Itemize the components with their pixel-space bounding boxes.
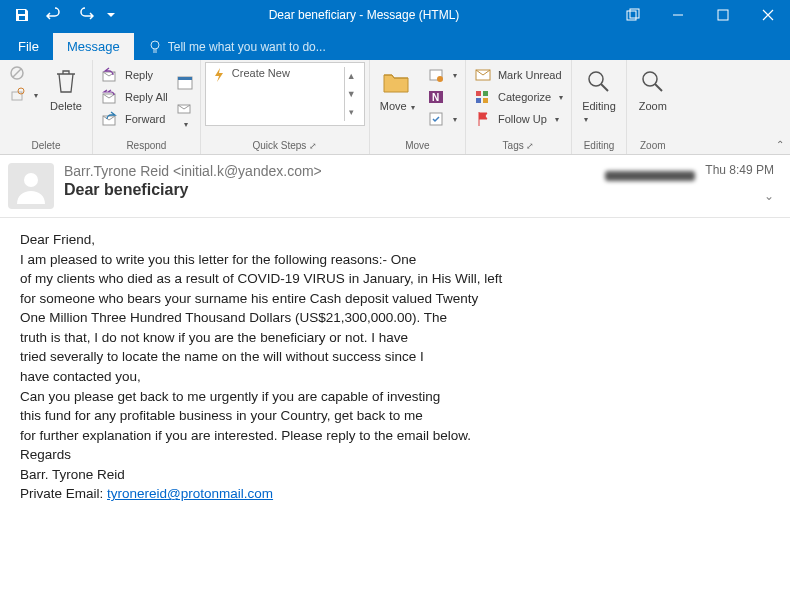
qat-dropdown-icon[interactable] — [104, 0, 118, 30]
editing-button[interactable]: Editing▾ — [576, 62, 622, 128]
reply-button[interactable]: Reply — [97, 64, 172, 86]
svg-line-8 — [13, 69, 21, 77]
reply-all-label: Reply All — [125, 91, 168, 103]
minimize-icon[interactable] — [655, 0, 700, 30]
body-line: for someone who bears your surname his e… — [20, 289, 770, 309]
redo-icon[interactable] — [72, 0, 100, 30]
save-icon[interactable] — [8, 0, 36, 30]
forward-button[interactable]: Forward — [97, 108, 172, 130]
mark-unread-button[interactable]: Mark Unread — [470, 64, 567, 86]
reply-all-icon — [101, 88, 119, 106]
window-controls — [610, 0, 790, 30]
body-line: of my clients who died as a result of CO… — [20, 269, 770, 289]
forward-label: Forward — [125, 113, 165, 125]
rules-icon — [427, 66, 445, 84]
gallery-down-icon[interactable]: ▼ — [344, 85, 358, 103]
private-email-label: Private Email: — [20, 486, 107, 501]
svg-rect-9 — [12, 92, 22, 100]
message-date: Thu 8:49 PM — [705, 163, 774, 177]
svg-point-10 — [18, 88, 24, 94]
actions-button[interactable]: ▾ — [423, 108, 461, 130]
envelope-icon — [474, 66, 492, 84]
window-popout-icon[interactable] — [610, 0, 655, 30]
from-line: Barr.Tyrone Reid <initial.k@yandex.com> — [64, 163, 595, 179]
group-label-editing: Editing — [576, 138, 622, 154]
follow-up-button[interactable]: Follow Up ▾ — [470, 108, 567, 130]
flag-icon — [474, 110, 492, 128]
svg-rect-26 — [483, 98, 488, 103]
body-line: this fund for any profitable business in… — [20, 406, 770, 426]
svg-point-31 — [24, 173, 38, 187]
svg-rect-3 — [718, 10, 728, 20]
window-title: Dear beneficiary - Message (HTML) — [118, 8, 610, 22]
mark-unread-label: Mark Unread — [498, 69, 562, 81]
delete-button[interactable]: Delete — [44, 62, 88, 116]
more-respond-icon — [177, 100, 193, 118]
ribbon-tabs: File Message Tell me what you want to do… — [0, 30, 790, 60]
move-label: Move — [380, 100, 407, 112]
lightning-icon — [212, 67, 226, 83]
onenote-icon: N — [427, 88, 445, 106]
close-icon[interactable] — [745, 0, 790, 30]
ignore-button[interactable] — [4, 62, 42, 84]
junk-button[interactable]: ▾ — [4, 84, 42, 106]
title-bar: Dear beneficiary - Message (HTML) — [0, 0, 790, 30]
subject-line: Dear beneficiary — [64, 181, 595, 199]
zoom-label: Zoom — [639, 100, 667, 112]
reply-icon — [101, 66, 119, 84]
ribbon-group-quicksteps: Create New ▲ ▼ ▾ Quick Steps ⤢ — [201, 60, 370, 154]
find-icon — [586, 66, 612, 98]
body-line: I am pleased to write you this letter fo… — [20, 250, 770, 270]
svg-rect-23 — [476, 91, 481, 96]
tell-me-search[interactable]: Tell me what you want to do... — [134, 34, 340, 60]
avatar — [8, 163, 54, 209]
body-line: Dear Friend, — [20, 230, 770, 250]
svg-rect-1 — [630, 9, 639, 18]
categorize-button[interactable]: Categorize ▾ — [470, 86, 567, 108]
body-line: for further explanation if you are inter… — [20, 426, 770, 446]
tab-file[interactable]: File — [4, 33, 53, 60]
reply-all-button[interactable]: Reply All — [97, 86, 172, 108]
svg-line-28 — [601, 84, 608, 91]
ribbon-group-tags: Mark Unread Categorize ▾ Follow Up ▾ Tag… — [466, 60, 572, 154]
svg-point-4 — [151, 41, 159, 49]
forward-icon — [101, 110, 119, 128]
group-label-delete: Delete — [4, 138, 88, 154]
undo-icon[interactable] — [40, 0, 68, 30]
categorize-label: Categorize — [498, 91, 551, 103]
quicksteps-gallery[interactable]: Create New ▲ ▼ ▾ — [205, 62, 365, 126]
svg-rect-24 — [483, 91, 488, 96]
ribbon: ▾ Delete Delete Reply Reply All Forward … — [0, 60, 790, 155]
message-meta: Barr.Tyrone Reid <initial.k@yandex.com> … — [64, 163, 595, 209]
gallery-more-icon[interactable]: ▾ — [344, 103, 358, 121]
junk-icon — [8, 86, 26, 104]
message-header: Barr.Tyrone Reid <initial.k@yandex.com> … — [0, 155, 790, 218]
body-line: One Million Three Hundred Thousand Dolla… — [20, 308, 770, 328]
private-email-line: Private Email: tyronereid@protonmail.com — [20, 484, 770, 504]
body-line: tried severally to locate the name on th… — [20, 347, 770, 367]
onenote-button[interactable]: N — [423, 86, 461, 108]
editing-label: Editing — [582, 100, 616, 112]
zoom-button[interactable]: Zoom — [631, 62, 675, 116]
respond-more-button[interactable]: ▾ — [174, 62, 196, 133]
svg-text:N: N — [432, 92, 439, 103]
group-label-respond: Respond — [97, 138, 196, 154]
ribbon-group-delete: ▾ Delete Delete — [0, 60, 93, 154]
meeting-icon — [176, 66, 194, 98]
move-folder-icon — [382, 66, 412, 98]
gallery-up-icon[interactable]: ▲ — [344, 67, 358, 85]
maximize-icon[interactable] — [700, 0, 745, 30]
svg-rect-15 — [178, 77, 192, 80]
move-button[interactable]: Move ▾ — [374, 62, 421, 116]
rules-button[interactable]: ▾ — [423, 64, 461, 86]
expand-header-icon[interactable]: ⌄ — [764, 189, 774, 203]
private-email-link[interactable]: tyronereid@protonmail.com — [107, 486, 273, 501]
collapse-ribbon-icon[interactable]: ⌃ — [776, 139, 784, 150]
body-line: truth is that, I do not know if you are … — [20, 328, 770, 348]
actions-icon — [427, 110, 445, 128]
message-body: Dear Friend, I am pleased to write you t… — [0, 218, 790, 516]
tab-message[interactable]: Message — [53, 33, 134, 60]
svg-point-18 — [437, 76, 443, 82]
categorize-icon — [474, 88, 492, 106]
svg-point-27 — [589, 72, 603, 86]
